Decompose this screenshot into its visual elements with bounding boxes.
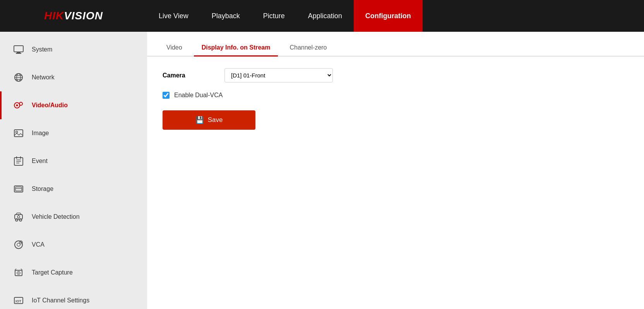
image-icon bbox=[12, 126, 26, 140]
header: HIKVISION Live View Playback Picture App… bbox=[0, 0, 644, 32]
main-layout: System Network bbox=[0, 32, 644, 309]
sidebar-label-vehicle-detection: Vehicle Detection bbox=[32, 213, 80, 220]
sidebar-label-event: Event bbox=[32, 158, 48, 165]
system-icon bbox=[12, 43, 26, 57]
nav-live-view[interactable]: Live View bbox=[147, 0, 200, 32]
target-capture-icon bbox=[12, 266, 26, 280]
nav-bar: Live View Playback Picture Application C… bbox=[147, 0, 644, 32]
logo-hik: HIK bbox=[44, 10, 64, 22]
save-button[interactable]: 💾 Save bbox=[163, 110, 255, 130]
svg-point-25 bbox=[17, 216, 20, 218]
camera-select[interactable]: [D1] 01-Front [D2] 02-Back [D3] 03-Left … bbox=[224, 68, 333, 82]
sidebar: System Network bbox=[0, 32, 147, 309]
sidebar-label-system: System bbox=[32, 46, 52, 53]
sidebar-label-video-audio: Video/Audio bbox=[32, 102, 68, 109]
svg-point-30 bbox=[21, 242, 22, 243]
nav-picture[interactable]: Picture bbox=[252, 0, 296, 32]
sidebar-item-vca[interactable]: VCA bbox=[0, 231, 147, 259]
event-icon bbox=[12, 154, 26, 168]
tab-video[interactable]: Video bbox=[159, 39, 190, 56]
svg-point-24 bbox=[19, 219, 22, 221]
save-label: Save bbox=[208, 116, 223, 124]
nav-application[interactable]: Application bbox=[296, 0, 354, 32]
content-area: Video Display Info. on Stream Channel-ze… bbox=[147, 32, 644, 309]
video-audio-icon bbox=[12, 98, 26, 112]
sidebar-item-network[interactable]: Network bbox=[0, 64, 147, 91]
sidebar-item-event[interactable]: Event bbox=[0, 147, 147, 175]
dual-vca-label[interactable]: Enable Dual-VCA bbox=[174, 92, 223, 99]
sidebar-label-network: Network bbox=[32, 74, 55, 81]
network-icon bbox=[12, 70, 26, 84]
nav-configuration[interactable]: Configuration bbox=[354, 0, 423, 32]
logo-vision: VISION bbox=[64, 10, 103, 22]
sidebar-item-storage[interactable]: Storage bbox=[0, 175, 147, 203]
sidebar-item-target-capture[interactable]: Target Capture bbox=[0, 259, 147, 287]
nav-playback[interactable]: Playback bbox=[200, 0, 252, 32]
iot-icon: IOT bbox=[12, 294, 26, 307]
dual-vca-row: Enable Dual-VCA bbox=[163, 92, 629, 99]
svg-point-23 bbox=[15, 219, 18, 221]
sidebar-item-vehicle-detection[interactable]: Vehicle Detection bbox=[0, 203, 147, 231]
logo: HIKVISION bbox=[0, 10, 147, 22]
form-content: Camera [D1] 01-Front [D2] 02-Back [D3] 0… bbox=[147, 57, 644, 141]
sidebar-label-storage: Storage bbox=[32, 185, 53, 192]
svg-rect-11 bbox=[14, 130, 23, 137]
sidebar-item-system[interactable]: System bbox=[0, 36, 147, 64]
tab-display-info[interactable]: Display Info. on Stream bbox=[194, 39, 278, 56]
sidebar-item-video-audio[interactable]: Video/Audio bbox=[0, 91, 147, 119]
vca-icon bbox=[12, 238, 26, 252]
svg-rect-20 bbox=[15, 187, 22, 191]
tabs-bar: Video Display Info. on Stream Channel-ze… bbox=[147, 32, 644, 57]
sidebar-label-iot: IoT Channel Settings bbox=[32, 297, 89, 304]
svg-text:IOT: IOT bbox=[15, 299, 22, 303]
svg-point-9 bbox=[16, 105, 18, 106]
svg-point-12 bbox=[16, 131, 18, 133]
svg-point-35 bbox=[18, 273, 19, 274]
camera-label: Camera bbox=[163, 72, 224, 79]
sidebar-item-iot[interactable]: IOT IoT Channel Settings bbox=[0, 287, 147, 309]
storage-icon bbox=[12, 182, 26, 196]
sidebar-label-image: Image bbox=[32, 130, 49, 137]
svg-rect-0 bbox=[14, 46, 23, 52]
dual-vca-checkbox[interactable] bbox=[163, 92, 170, 99]
sidebar-label-target-capture: Target Capture bbox=[32, 269, 73, 276]
tab-channel-zero[interactable]: Channel-zero bbox=[282, 39, 334, 56]
sidebar-label-vca: VCA bbox=[32, 241, 45, 248]
camera-row: Camera [D1] 01-Front [D2] 02-Back [D3] 0… bbox=[163, 68, 629, 82]
sidebar-item-image[interactable]: Image bbox=[0, 119, 147, 147]
save-icon: 💾 bbox=[195, 116, 204, 124]
vehicle-detection-icon bbox=[12, 210, 26, 224]
